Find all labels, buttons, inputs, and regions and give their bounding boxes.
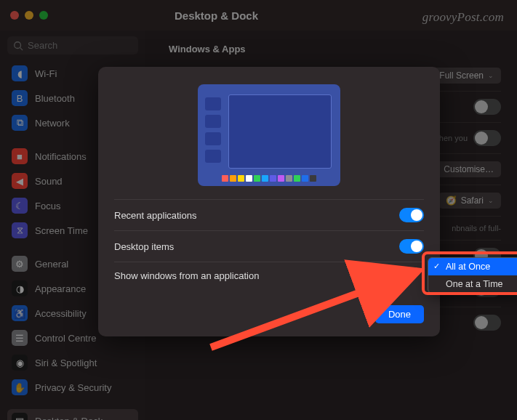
dropdown-option-one-at-a-time[interactable]: One at a Time [428,275,517,293]
system-settings-window: Desktop & Dock groovyPost.com Search ◖Wi… [0,0,517,420]
show-windows-dropdown[interactable]: All at Once One at a Time [428,257,517,294]
modal-row: Recent applications [114,199,424,230]
done-button[interactable]: Done [375,305,424,323]
toggle[interactable] [399,208,424,222]
preview-main-window [228,94,332,169]
preview-side-windows [205,97,221,163]
modal-row-label: Desktop items [114,241,174,252]
modal-row: Desktop items [114,230,424,262]
dropdown-option-all-at-once[interactable]: All at Once [428,258,517,275]
preview-dock [222,175,316,182]
toggle[interactable] [399,239,424,254]
desktop-preview [198,84,340,186]
modal-row-label: Recent applications [114,210,196,221]
modal-row: Show windows from an application [114,262,424,289]
mission-control-modal: Recent applicationsDesktop itemsShow win… [98,67,440,336]
modal-row-label: Show windows from an application [114,270,259,281]
